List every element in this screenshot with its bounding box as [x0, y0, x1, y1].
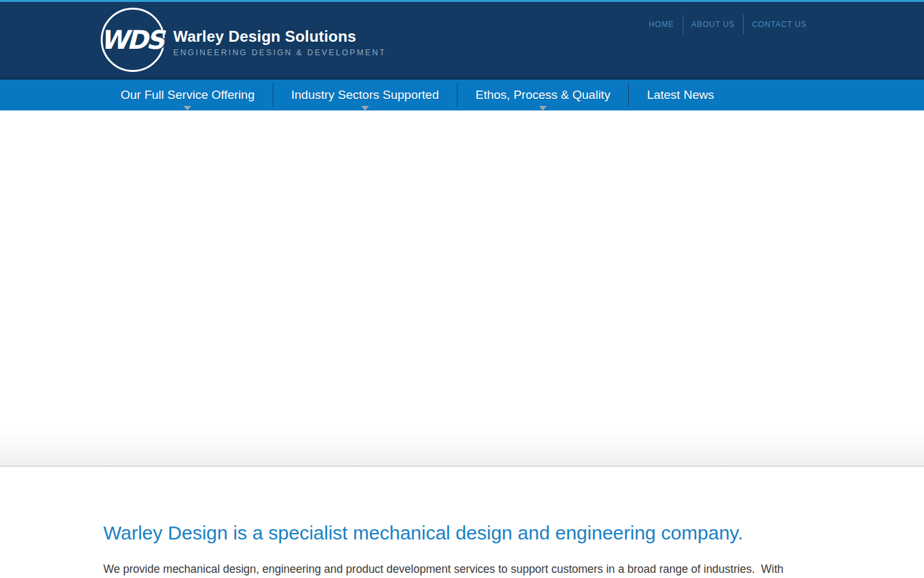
dropdown-arrow-icon: [361, 106, 369, 110]
nav-item-label: Industry Sectors Supported: [291, 88, 439, 102]
nav-item-label: Ethos, Process & Quality: [475, 88, 610, 102]
dropdown-arrow-icon: [184, 106, 191, 110]
intro-paragraph: We provide mechanical design, engineerin…: [103, 561, 812, 577]
utility-nav: HOME ABOUT US CONTACT US: [640, 15, 815, 34]
nav-item-label: Our Full Service Offering: [121, 88, 255, 102]
brand-name: Warley Design Solutions: [173, 28, 386, 45]
hero-slider-empty-region: [0, 110, 924, 467]
wds-logo-initials: WDS: [100, 25, 162, 55]
intro-section: Warley Design is a specialist mechanical…: [0, 467, 924, 577]
intro-heading: Warley Design is a specialist mechanical…: [103, 522, 821, 545]
utility-link-home[interactable]: HOME: [640, 20, 682, 29]
nav-item-industry-sectors[interactable]: Industry Sectors Supported: [273, 80, 457, 110]
brand-block: Warley Design Solutions ENGINEERING DESI…: [173, 28, 386, 57]
site-header: WDS Warley Design Solutions ENGINEERING …: [0, 2, 924, 80]
nav-item-full-service-offering[interactable]: Our Full Service Offering: [103, 80, 273, 110]
nav-item-latest-news[interactable]: Latest News: [629, 80, 732, 110]
brand-tagline: ENGINEERING DESIGN & DEVELOPMENT: [173, 48, 386, 57]
main-nav: Our Full Service Offering Industry Secto…: [0, 80, 924, 110]
utility-link-about-us[interactable]: ABOUT US: [683, 20, 744, 29]
nav-item-ethos-process-quality[interactable]: Ethos, Process & Quality: [458, 80, 628, 110]
dropdown-arrow-icon: [539, 106, 547, 110]
wds-logo[interactable]: WDS: [101, 8, 165, 72]
utility-link-contact-us[interactable]: CONTACT US: [744, 20, 815, 29]
nav-item-label: Latest News: [647, 88, 714, 102]
